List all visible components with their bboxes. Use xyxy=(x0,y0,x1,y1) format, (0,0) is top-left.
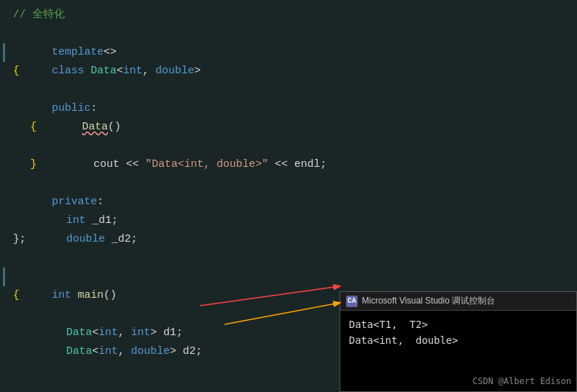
code-line-1: // 全特化 xyxy=(0,6,577,24)
code-line-7: { xyxy=(0,118,577,137)
console-title: Microsoft Visual Studio 调试控制台 xyxy=(362,295,495,307)
gutter-indicator-main xyxy=(3,268,5,286)
code-line-12: double _d2; xyxy=(0,211,577,230)
code-line-2: template<> xyxy=(0,24,577,43)
code-editor: // 全特化 template<> class Data<int, double… xyxy=(0,0,577,392)
code-line-4: { xyxy=(0,62,577,81)
code-line-15: int main() xyxy=(0,268,577,286)
code-line-14 xyxy=(0,249,577,268)
gutter-indicator xyxy=(3,43,5,62)
vs-icon: CA xyxy=(346,296,358,307)
credit-text: CSDN @Albert Edison xyxy=(473,376,571,386)
console-output-1: Data<T1, T2> xyxy=(349,316,568,332)
console-title-bar: CA Microsoft Visual Studio 调试控制台 xyxy=(340,292,576,311)
code-line-8: cout << "Data<int, double>" << endl; xyxy=(0,137,577,155)
code-line-11: int _d1; xyxy=(0,193,577,211)
code-line-9: } xyxy=(0,155,577,174)
code-line-13: }; xyxy=(0,230,577,249)
code-line-10: private: xyxy=(0,174,577,193)
console-body: Data<T1, T2> Data<int, double> xyxy=(340,311,576,354)
code-line-3: class Data<int, double> xyxy=(0,43,577,62)
code-line-5: public: xyxy=(0,81,577,99)
console-output-2: Data<int, double> xyxy=(349,332,568,348)
code-line-6: Data() xyxy=(0,99,577,118)
